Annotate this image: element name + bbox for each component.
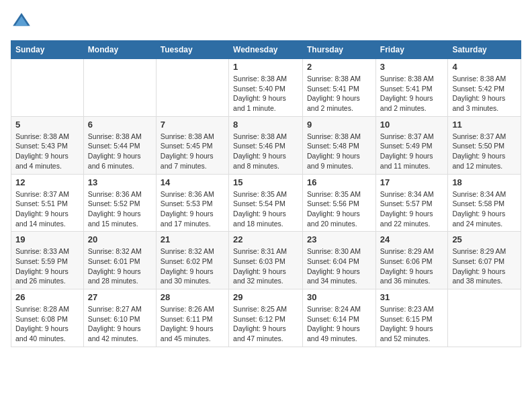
- calendar-cell: [448, 289, 521, 347]
- calendar-week-row: 1Sunrise: 8:38 AMSunset: 5:40 PMDaylight…: [11, 59, 521, 117]
- day-info-line: Sunrise: 8:38 AM: [307, 132, 361, 140]
- calendar-cell: 7Sunrise: 8:38 AMSunset: 5:45 PMDaylight…: [156, 116, 228, 174]
- calendar-table: SundayMondayTuesdayWednesdayThursdayFrid…: [11, 40, 521, 347]
- day-info-line: Daylight: 9 hours: [307, 267, 360, 275]
- day-info-line: Sunset: 5:58 PM: [452, 199, 504, 208]
- day-info-line: Sunrise: 8:31 AM: [233, 247, 287, 255]
- day-info-line: Sunset: 5:46 PM: [233, 142, 285, 150]
- day-info: Sunrise: 8:25 AMSunset: 6:12 PMDaylight:…: [233, 304, 298, 344]
- day-info-line: Sunrise: 8:38 AM: [15, 132, 69, 140]
- day-info-line: Sunset: 5:51 PM: [15, 199, 68, 208]
- day-number: 16: [307, 177, 371, 187]
- day-info-line: and 8 minutes.: [233, 162, 279, 170]
- day-number: 3: [380, 62, 444, 72]
- day-number: 4: [452, 62, 517, 72]
- column-header-monday: Monday: [83, 41, 156, 59]
- day-number: 30: [307, 292, 371, 302]
- day-info-line: Sunrise: 8:38 AM: [452, 75, 506, 83]
- day-info-line: Sunrise: 8:37 AM: [15, 190, 69, 198]
- day-info-line: and 7 minutes.: [161, 162, 207, 170]
- day-info-line: Sunset: 6:02 PM: [161, 257, 213, 265]
- day-info-line: Sunset: 5:52 PM: [88, 199, 140, 208]
- calendar-cell: 23Sunrise: 8:30 AMSunset: 6:04 PMDayligh…: [303, 232, 376, 289]
- day-info-line: Daylight: 9 hours: [452, 267, 505, 275]
- day-number: 8: [233, 120, 298, 130]
- calendar-cell: 29Sunrise: 8:25 AMSunset: 6:12 PMDayligh…: [229, 289, 303, 347]
- day-info: Sunrise: 8:31 AMSunset: 6:03 PMDaylight:…: [233, 246, 298, 286]
- day-info-line: and 22 minutes.: [380, 220, 431, 228]
- day-info-line: and 34 minutes.: [307, 277, 357, 285]
- day-info-line: and 2 minutes.: [380, 104, 427, 112]
- day-info-line: Daylight: 9 hours: [161, 152, 214, 160]
- calendar-cell: 20Sunrise: 8:32 AMSunset: 6:01 PMDayligh…: [83, 232, 156, 289]
- day-info-line: Sunrise: 8:23 AM: [380, 305, 434, 313]
- calendar-header-row: SundayMondayTuesdayWednesdayThursdayFrid…: [11, 41, 521, 59]
- day-info-line: Daylight: 9 hours: [161, 210, 214, 218]
- day-number: 23: [307, 234, 371, 244]
- calendar-cell: 31Sunrise: 8:23 AMSunset: 6:15 PMDayligh…: [375, 289, 448, 347]
- day-number: 9: [307, 120, 371, 130]
- day-info-line: Sunrise: 8:29 AM: [380, 247, 434, 255]
- day-info-line: Sunset: 5:50 PM: [452, 142, 504, 150]
- column-header-tuesday: Tuesday: [156, 41, 228, 59]
- day-info-line: Sunrise: 8:25 AM: [233, 305, 287, 313]
- day-info: Sunrise: 8:38 AMSunset: 5:41 PMDaylight:…: [307, 74, 371, 113]
- day-info-line: Daylight: 9 hours: [161, 324, 214, 332]
- day-info-line: Daylight: 9 hours: [161, 267, 214, 275]
- calendar-cell: 4Sunrise: 8:38 AMSunset: 5:42 PMDaylight…: [448, 59, 521, 117]
- calendar-cell: 9Sunrise: 8:38 AMSunset: 5:48 PMDaylight…: [303, 116, 376, 174]
- day-number: 29: [233, 292, 298, 302]
- day-info: Sunrise: 8:35 AMSunset: 5:54 PMDaylight:…: [233, 189, 298, 229]
- day-number: 1: [233, 62, 298, 72]
- day-info-line: Sunset: 5:57 PM: [380, 199, 433, 208]
- day-info-line: and 45 minutes.: [161, 334, 211, 342]
- day-info: Sunrise: 8:33 AMSunset: 5:59 PMDaylight:…: [15, 246, 79, 286]
- day-number: 2: [307, 62, 371, 72]
- day-info-line: and 14 minutes.: [15, 220, 66, 228]
- day-info-line: and 28 minutes.: [88, 277, 138, 285]
- day-info-line: Sunset: 5:54 PM: [233, 199, 285, 208]
- day-info-line: Sunset: 5:59 PM: [15, 257, 68, 265]
- day-info-line: Sunset: 5:41 PM: [380, 85, 433, 93]
- calendar-cell: 24Sunrise: 8:29 AMSunset: 6:06 PMDayligh…: [375, 232, 448, 289]
- day-info-line: and 12 minutes.: [452, 162, 502, 170]
- day-info: Sunrise: 8:29 AMSunset: 6:06 PMDaylight:…: [380, 246, 444, 286]
- day-info-line: Sunset: 6:04 PM: [307, 257, 359, 265]
- calendar-cell: 26Sunrise: 8:28 AMSunset: 6:08 PMDayligh…: [11, 289, 84, 347]
- day-info-line: Sunset: 6:10 PM: [88, 315, 140, 323]
- day-info-line: Daylight: 9 hours: [380, 210, 433, 218]
- day-number: 26: [15, 292, 79, 302]
- day-info-line: Daylight: 9 hours: [307, 152, 360, 160]
- day-info-line: Sunset: 5:48 PM: [307, 142, 359, 150]
- day-info: Sunrise: 8:38 AMSunset: 5:42 PMDaylight:…: [452, 74, 517, 113]
- day-info: Sunrise: 8:38 AMSunset: 5:40 PMDaylight:…: [233, 74, 298, 113]
- day-info-line: Sunset: 6:07 PM: [452, 257, 504, 265]
- day-info: Sunrise: 8:24 AMSunset: 6:14 PMDaylight:…: [307, 304, 371, 344]
- day-info-line: Daylight: 9 hours: [233, 324, 286, 332]
- column-header-friday: Friday: [375, 41, 448, 59]
- day-info-line: and 47 minutes.: [233, 334, 283, 342]
- day-info-line: and 2 minutes.: [307, 104, 353, 112]
- day-info-line: and 32 minutes.: [233, 277, 283, 285]
- day-info-line: and 1 minute.: [233, 104, 276, 112]
- day-number: 21: [161, 234, 224, 244]
- day-info-line: and 18 minutes.: [233, 220, 283, 228]
- day-info-line: and 6 minutes.: [88, 162, 134, 170]
- calendar-cell: 21Sunrise: 8:32 AMSunset: 6:02 PMDayligh…: [156, 232, 228, 289]
- day-info-line: Sunset: 6:01 PM: [88, 257, 140, 265]
- day-info-line: Sunrise: 8:38 AM: [161, 132, 214, 140]
- day-info-line: Sunset: 5:40 PM: [233, 85, 285, 93]
- day-info-line: Sunrise: 8:38 AM: [233, 75, 287, 83]
- day-info-line: Daylight: 9 hours: [307, 324, 360, 332]
- calendar-cell: [83, 59, 156, 117]
- day-info-line: Daylight: 9 hours: [380, 94, 433, 102]
- calendar-cell: 30Sunrise: 8:24 AMSunset: 6:14 PMDayligh…: [303, 289, 376, 347]
- day-info-line: Sunrise: 8:29 AM: [452, 247, 506, 255]
- day-info-line: Daylight: 9 hours: [233, 210, 286, 218]
- day-number: 7: [161, 120, 224, 130]
- day-info-line: Daylight: 9 hours: [15, 210, 69, 218]
- day-info-line: and 15 minutes.: [88, 220, 138, 228]
- column-header-saturday: Saturday: [448, 41, 521, 59]
- day-number: 6: [88, 120, 152, 130]
- day-info-line: and 3 minutes.: [452, 104, 498, 112]
